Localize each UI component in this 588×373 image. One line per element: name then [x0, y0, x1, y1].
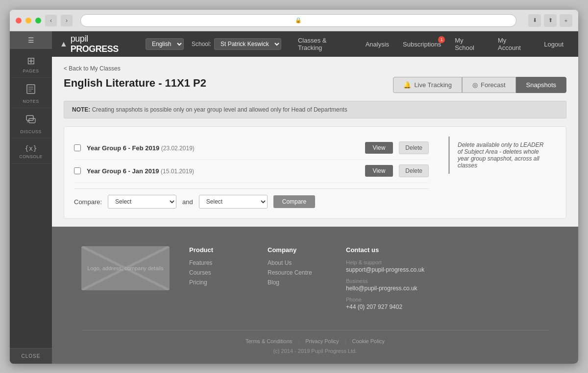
sidebar-close-button[interactable]: CLOSE	[10, 348, 52, 364]
download-button[interactable]: ⬇	[528, 14, 541, 27]
school-label: School:	[192, 41, 211, 47]
main-area: ▲ pupil PROGRESS English School: St Patr…	[52, 31, 578, 364]
compare-select-1[interactable]: Select	[108, 195, 176, 209]
compare-row: Compare: Select and Select Compare	[74, 195, 429, 209]
window-controls: ⬇ ⬆ +	[528, 14, 572, 27]
maximize-dot[interactable]	[35, 18, 41, 23]
nav-links: Classes & Tracking Analysis Subscription…	[291, 31, 570, 57]
footer-help-email: support@pupil-progress.co.uk	[346, 266, 424, 273]
footer-phone-label: Phone	[346, 297, 424, 303]
notes-icon	[25, 84, 36, 97]
footer-business-email: hello@pupil-progress.co.uk	[346, 285, 424, 292]
table-row: Year Group 6 - Feb 2019 (23.02.2019) Vie…	[74, 137, 429, 160]
delete-button-1[interactable]: Delete	[399, 141, 429, 154]
note-box: NOTE: Creating snapshots is possible onl…	[64, 101, 566, 118]
sidebar-collapse-button[interactable]: ☰	[10, 31, 52, 49]
logo-icon: ▲	[60, 40, 68, 48]
view-button-1[interactable]: View	[365, 142, 393, 154]
footer-product-heading: Product	[189, 246, 248, 254]
compare-select-2[interactable]: Select	[199, 195, 268, 209]
new-tab-button[interactable]: +	[560, 14, 572, 27]
footer-company-heading: Company	[268, 246, 326, 254]
compare-and: and	[182, 198, 193, 206]
compare-button[interactable]: Compare	[273, 195, 315, 208]
share-button[interactable]: ⬆	[544, 14, 557, 27]
address-bar[interactable]: 🔒	[80, 14, 516, 27]
nav-my-school[interactable]: My School	[448, 31, 491, 57]
view-button-2[interactable]: View	[365, 165, 393, 177]
footer-link-courses[interactable]: Courses	[189, 269, 248, 276]
footer-bottom: Terms & Conditions | Privacy Policy | Co…	[81, 330, 549, 344]
footer-copyright: (c) 2014 - 2019 Pupil Progress Ltd.	[81, 348, 549, 354]
school-selector: School: St Patrick Keswick	[192, 38, 281, 50]
console-icon: {x}	[24, 144, 37, 152]
footer-phone-number: +44 (0) 207 927 9402	[346, 303, 424, 310]
footer-link-about[interactable]: About Us	[268, 259, 326, 266]
forward-button[interactable]: ›	[61, 15, 73, 26]
minimize-dot[interactable]	[25, 18, 31, 23]
forecast-icon: ◎	[472, 81, 478, 89]
browser-titlebar: ‹ › 🔒 ⬇ ⬆ +	[10, 10, 578, 31]
svg-rect-4	[26, 116, 33, 120]
back-link[interactable]: < Back to My Classes	[64, 65, 121, 72]
nav-my-account[interactable]: My Account	[491, 31, 537, 57]
footer-col-company: Company About Us Resource Centre Blog	[268, 246, 326, 315]
snapshots-info: Delete available only to LEADER of Subje…	[439, 137, 556, 209]
footer-business-label: Business	[346, 278, 424, 284]
snapshot-label-2: Year Group 6 - Jan 2019 (15.01.2019)	[87, 167, 359, 175]
privacy-link[interactable]: Privacy Policy	[305, 338, 339, 344]
footer-logo: Logo, address, company details	[81, 246, 170, 290]
snapshots-list: Year Group 6 - Feb 2019 (23.02.2019) Vie…	[74, 137, 429, 209]
sidebar: ☰ ⊞ PAGES NOTES	[10, 31, 52, 364]
discuss-icon	[25, 114, 36, 127]
footer-link-resource[interactable]: Resource Centre	[268, 269, 326, 276]
page-title: English Literature - 11X1 P2	[64, 77, 206, 90]
top-nav: ▲ pupil PROGRESS English School: St Patr…	[52, 31, 578, 57]
sidebar-item-discuss[interactable]: DISCUSS	[10, 108, 52, 139]
footer-help-label: Help & support	[346, 259, 424, 265]
nav-logout[interactable]: Logout	[537, 31, 570, 57]
snapshot-checkbox-1[interactable]	[74, 144, 81, 151]
app-container: ☰ ⊞ PAGES NOTES	[10, 31, 578, 364]
sidebar-item-console[interactable]: {x} CONSOLE	[10, 139, 52, 163]
pages-icon: ⊞	[27, 55, 35, 67]
footer-link-features[interactable]: Features	[189, 259, 248, 266]
logo-text: pupil PROGRESS	[71, 34, 138, 54]
tab-forecast[interactable]: ◎ Forecast	[462, 77, 516, 93]
tab-bar: 🔔 Live Tracking ◎ Forecast Snapshots	[393, 77, 566, 93]
tab-live-tracking[interactable]: 🔔 Live Tracking	[393, 77, 462, 93]
subscriptions-badge: 1	[438, 36, 445, 43]
sidebar-item-pages[interactable]: ⊞ PAGES	[10, 49, 52, 78]
delete-button-2[interactable]: Delete	[399, 164, 429, 177]
delete-note: Delete available only to LEADER of Subje…	[448, 137, 556, 174]
table-row: Year Group 6 - Jan 2019 (15.01.2019) Vie…	[74, 160, 429, 183]
footer-contact-heading: Contact us	[346, 246, 424, 254]
footer-link-pricing[interactable]: Pricing	[189, 279, 248, 286]
sidebar-item-notes[interactable]: NOTES	[10, 78, 52, 108]
snapshot-label-1: Year Group 6 - Feb 2019 (23.02.2019)	[87, 144, 359, 152]
snapshots-inner: Year Group 6 - Feb 2019 (23.02.2019) Vie…	[74, 137, 556, 209]
tab-snapshots[interactable]: Snapshots	[516, 77, 566, 93]
footer-col-product: Product Features Courses Pricing	[189, 246, 248, 315]
nav-logo: ▲ pupil PROGRESS	[60, 34, 138, 54]
footer-top: Logo, address, company details Product F…	[81, 246, 549, 315]
footer: Logo, address, company details Product F…	[52, 227, 578, 364]
compare-label: Compare:	[74, 198, 102, 206]
terms-link[interactable]: Terms & Conditions	[245, 338, 292, 344]
footer-col-contact: Contact us Help & support support@pupil-…	[346, 246, 424, 315]
divider	[74, 188, 429, 189]
back-button[interactable]: ‹	[45, 15, 57, 26]
footer-logo-text: Logo, address, company details	[87, 265, 163, 271]
snapshots-panel: Year Group 6 - Feb 2019 (23.02.2019) Vie…	[64, 126, 566, 219]
snapshot-checkbox-2[interactable]	[74, 167, 81, 174]
close-dot[interactable]	[16, 18, 22, 23]
language-dropdown[interactable]: English	[146, 38, 184, 50]
cookie-link[interactable]: Cookie Policy	[352, 338, 385, 344]
page-content: < Back to My Classes English Literature …	[52, 57, 578, 227]
nav-subscriptions[interactable]: Subscriptions 1	[396, 31, 448, 57]
nav-analysis[interactable]: Analysis	[359, 31, 396, 57]
nav-classes-tracking[interactable]: Classes & Tracking	[291, 31, 359, 57]
footer-link-blog[interactable]: Blog	[268, 279, 326, 286]
bell-icon: 🔔	[403, 81, 411, 89]
school-dropdown[interactable]: St Patrick Keswick	[214, 38, 281, 50]
